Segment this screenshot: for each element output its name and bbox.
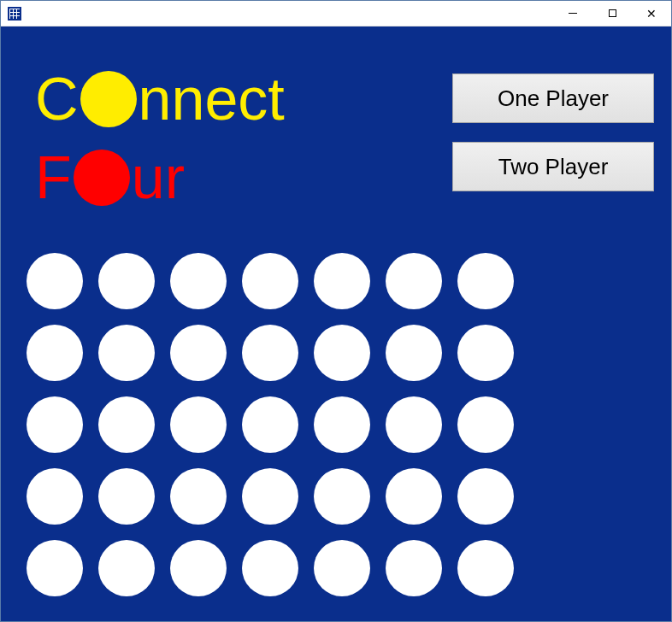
one-player-button[interactable]: One Player [452,73,654,123]
board-cell[interactable] [314,468,370,525]
board-cell[interactable] [314,540,370,596]
board-cell[interactable] [242,325,298,381]
board-cell[interactable] [170,253,227,309]
board-cell[interactable] [98,540,155,596]
board-cell[interactable] [98,468,155,525]
titlebar: ✕ [1,1,671,26]
title-letter: C [35,69,79,129]
board-cell[interactable] [98,253,155,309]
board-cell[interactable] [98,396,155,453]
red-disc-icon [74,150,130,206]
two-player-button[interactable]: Two Player [452,142,654,191]
board-cell[interactable] [170,325,227,381]
board-cell[interactable] [314,253,370,309]
board-cell[interactable] [170,396,227,453]
board-cell[interactable] [457,540,514,596]
board-cell[interactable] [386,540,442,596]
board-cell[interactable] [314,396,370,453]
board-cell[interactable] [27,540,83,596]
game-area: C nnect F ur One Player Two Player [1,26,671,621]
board-cell[interactable] [457,468,514,525]
close-icon: ✕ [646,8,657,20]
board-cell[interactable] [242,396,298,453]
title-letter: F [35,148,72,208]
board-cell[interactable] [314,325,370,381]
game-title: C nnect F ur [35,65,285,212]
app-icon [8,7,21,21]
board-cell[interactable] [27,468,83,525]
board-cell[interactable] [242,540,298,596]
close-button[interactable]: ✕ [632,1,671,26]
board-cell[interactable] [386,396,442,453]
board-cell[interactable] [386,468,442,525]
board-cell[interactable] [386,253,442,309]
board-cell[interactable] [457,253,514,309]
yellow-disc-icon [80,71,137,127]
board-cell[interactable] [27,253,83,309]
board-cell[interactable] [98,325,155,381]
title-letters: ur [132,148,185,208]
minimize-icon [569,13,577,14]
minimize-button[interactable] [553,1,592,26]
board-cell[interactable] [170,468,227,525]
board-cell[interactable] [457,396,514,453]
maximize-button[interactable] [592,1,632,26]
board-cell[interactable] [27,396,83,453]
board-cell[interactable] [242,468,298,525]
board-cell[interactable] [170,540,227,596]
app-window: ✕ C nnect F ur One Player Two Player [0,0,672,622]
board-cell[interactable] [386,325,442,381]
title-line-1: C nnect [35,65,285,133]
board-cell[interactable] [27,325,83,381]
title-line-2: F ur [35,144,285,212]
board-cell[interactable] [457,325,514,381]
mode-menu: One Player Two Player [452,73,654,191]
game-board [27,253,514,596]
title-letters: nnect [139,69,285,129]
board-cell[interactable] [242,253,298,309]
maximize-icon [609,9,616,17]
